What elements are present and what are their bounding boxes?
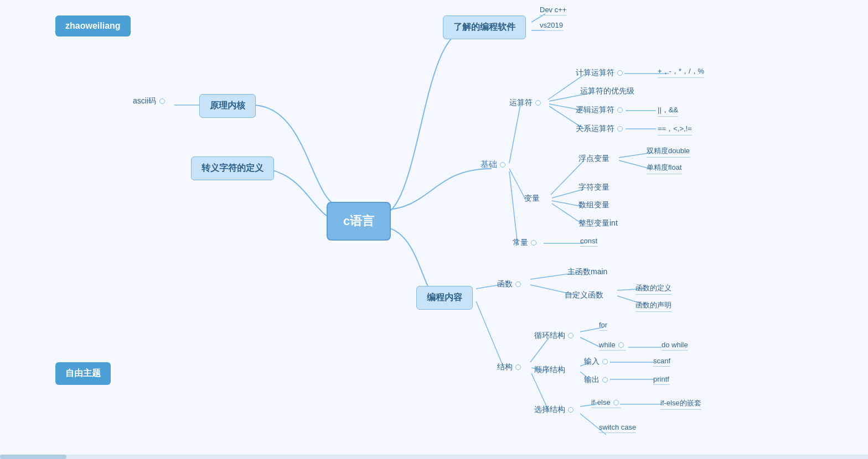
zhaowei-badge: zhaoweiliang (55, 15, 131, 36)
hanshushengming-node: 函数的声明 (636, 300, 671, 312)
shuangjingdu-node: 双精度double (647, 146, 690, 158)
changliang-node: 常量 (513, 238, 539, 248)
fudian-node: 浮点变量 (578, 154, 609, 164)
xunhuan-node: 循环结构 (534, 331, 576, 341)
danjingdu-node: 单精度float (647, 163, 682, 174)
output-node: 输出 (584, 375, 610, 385)
svg-line-21 (476, 301, 504, 368)
ifelseqiantao-node: if-else的嵌套 (660, 398, 701, 410)
jiegou-node: 结构 (497, 362, 523, 372)
vs2019-node: vs2019 (540, 21, 563, 31)
core-node: 原理内核 (199, 94, 256, 118)
jichu-node: 基础 (480, 159, 508, 170)
printf-node: printf (653, 375, 669, 385)
dowhile-node: do while (662, 341, 688, 351)
bianliang-node: 变量 (524, 194, 540, 204)
shunxu-node: 顺序结构 (534, 365, 565, 375)
hanshu-node: 函数 (497, 279, 523, 289)
hanshudinyi-node: 函数的定义 (636, 283, 671, 295)
svg-line-4 (509, 169, 526, 200)
svg-line-30 (580, 337, 601, 347)
xuanze-node: 选择结构 (534, 405, 576, 415)
ifelse-node: if-else (591, 398, 621, 408)
scanf-node: scanf (653, 357, 670, 367)
jisuanval-node: +，-，*，/，% (658, 66, 704, 78)
while-node: while (599, 341, 626, 351)
for-node: for (599, 321, 607, 331)
jisuan-node: 计算运算符 (576, 68, 625, 78)
input-node: 输入 (584, 357, 610, 367)
zhuhanshu-node: 主函数main (567, 267, 607, 277)
switchcase-node: switch case (599, 423, 636, 433)
zifu-node: 字符变量 (578, 182, 609, 192)
escape-node: 转义字符的定义 (191, 157, 274, 180)
zidingyi-node: 自定义函数 (565, 290, 603, 300)
ascii-node: ascii码 (133, 96, 167, 106)
svg-line-26 (530, 337, 549, 362)
svg-line-5 (509, 171, 518, 244)
const-node: const (580, 237, 597, 247)
svg-line-3 (509, 105, 520, 163)
guanxi-node: 关系运算符 (576, 124, 625, 134)
scrollbar-track[interactable] (0, 455, 868, 459)
zhengxing-node: 整型变量int (578, 218, 618, 228)
mindmap-container: zhaoweiliang 自由主题 c语言 了解的编程软件 Dev c++ vs… (0, 0, 868, 459)
scrollbar-thumb[interactable] (0, 455, 66, 459)
yunsuanfu-node: 运算符 (509, 98, 543, 108)
shuzu-node: 数组变量 (578, 200, 609, 210)
software-node: 了解的编程软件 (443, 15, 526, 39)
guanxival-node: ==，<,>,!= (658, 124, 692, 135)
luojival-node: ||，&& (658, 105, 678, 117)
youxianji-node: 运算符的优先级 (580, 86, 634, 96)
free-topic-badge: 自由主题 (55, 362, 111, 385)
connections-svg (0, 0, 868, 459)
luoji-node: 逻辑运算符 (576, 105, 625, 115)
biancheng-node: 编程内容 (416, 286, 473, 310)
root-node: c语言 (327, 202, 391, 241)
devcpp-node: Dev c++ (540, 6, 566, 15)
svg-line-6 (548, 75, 584, 100)
